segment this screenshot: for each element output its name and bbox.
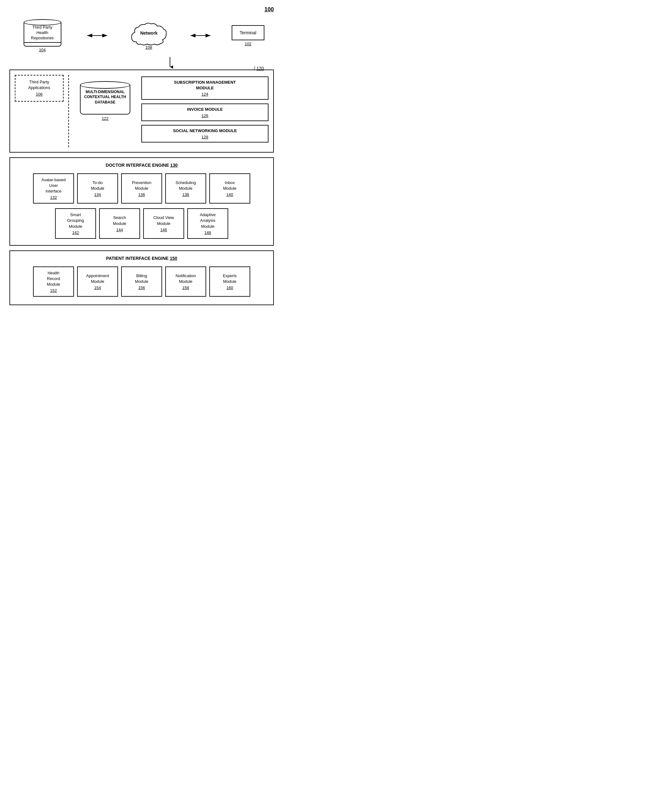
notification-module-box: NotificationModule 158 (165, 267, 206, 297)
invoice-module-ref: 126 (146, 113, 263, 118)
adaptive-analysis-module-box: AdaptiveAnalysisModule 148 (187, 208, 228, 239)
third-party-health-label: Third PartyHealthRepositories (31, 25, 54, 40)
cloud-svg: Network (128, 21, 169, 46)
main-system-box: / 120 Third PartyApplications 106 MULTI-… (9, 69, 274, 153)
down-arrow-svg (167, 57, 173, 69)
search-module-label: SearchModule (113, 215, 126, 226)
social-networking-module-box: SOCIAL NETWORKING MODULE 128 (141, 125, 269, 143)
arrow-down-network (66, 57, 274, 69)
network-cloud: Network 108 (128, 21, 169, 50)
third-party-health-ref: 104 (39, 48, 46, 52)
todo-module-ref: 134 (94, 192, 101, 197)
experts-module-label: ExpertsModule (223, 273, 237, 284)
doctor-row2: SmartGroupingModule 142 SearchModule 144… (15, 208, 269, 239)
cloud-view-module-label: Cloud ViewModule (153, 215, 174, 226)
middle-col: MULTI-DIMENSIONALCONTEXTUAL HEALTHDATABA… (74, 75, 137, 121)
notification-module-label: NotificationModule (175, 273, 196, 284)
arrow-network-terminal (188, 32, 213, 39)
scheduling-module-box: SchedulingModule 138 (165, 173, 206, 204)
health-record-module-ref: 152 (50, 288, 57, 293)
smart-grouping-module-label: SmartGroupingModule (67, 212, 84, 229)
adaptive-analysis-module-ref: 148 (204, 230, 211, 235)
diagram-root: 100 Third PartyHealthRepositories 104 (9, 6, 274, 305)
bidirectional-arrow-svg2 (188, 32, 213, 39)
cylinder-bottom-ellipse (24, 43, 62, 46)
cylinder-top-ellipse (24, 19, 62, 26)
health-record-module-label: HealthRecordModule (47, 270, 60, 287)
notification-module-ref: 158 (182, 286, 189, 290)
network-label: Network (140, 31, 157, 35)
ref-100: 100 (9, 6, 274, 13)
inbox-module-ref: 140 (226, 192, 233, 197)
inbox-module-label: InboxModule (223, 180, 237, 191)
smart-grouping-module-ref: 142 (72, 230, 79, 235)
adaptive-analysis-module-label: AdaptiveAnalysisModule (200, 212, 216, 229)
doctor-row1: Avatar-basedUserInterface 132 To-doModul… (15, 173, 269, 204)
db-cylinder-body: MULTI-DIMENSIONALCONTEXTUAL HEALTHDATABA… (80, 85, 130, 110)
social-networking-module-ref: 128 (146, 135, 263, 140)
experts-module-box: ExpertsModule 160 (209, 267, 250, 297)
cloud-view-module-ref: 146 (160, 227, 167, 232)
terminal-label: Terminal (240, 30, 257, 35)
patient-row1: HealthRecordModule 152 AppointmentModule… (15, 267, 269, 297)
experts-module-ref: 160 (226, 286, 233, 290)
inbox-module-box: InboxModule 140 (209, 173, 250, 204)
terminal-ref: 102 (244, 41, 252, 46)
db-cylinder-bottom (80, 109, 130, 115)
dashed-region: Third PartyApplications 106 (15, 75, 64, 102)
search-module-box: SearchModule 144 (99, 208, 140, 239)
db-cylinder-top (80, 81, 130, 89)
third-party-apps-ref: 106 (18, 92, 60, 97)
third-party-apps-label: Third PartyApplications (28, 80, 50, 90)
doctor-engine-title: DOCTOR INTERFACE ENGINE 130 (15, 163, 269, 168)
patient-engine-title: PATIENT INTERFACE ENGINE 150 (15, 256, 269, 261)
social-networking-module-label: SOCIAL NETWORKING MODULE (146, 128, 263, 134)
search-module-ref: 144 (116, 227, 123, 232)
terminal-box: Terminal 102 (232, 25, 265, 46)
right-col: SUBSCRIPTION MANAGEMENTMODULE 124 INVOIC… (141, 75, 269, 143)
patient-engine-box: PATIENT INTERFACE ENGINE 150 HealthRecor… (9, 250, 274, 305)
billing-module-label: BillingModule (135, 273, 149, 284)
arrow-repos-network (85, 32, 110, 39)
scheduling-module-ref: 138 (182, 192, 189, 197)
appointment-module-label: AppointmentModule (86, 273, 109, 284)
dashed-vertical (68, 75, 69, 147)
system-ref-label: / 120 (254, 66, 264, 71)
appointment-module-ref: 154 (94, 286, 101, 290)
subscription-module-label: SUBSCRIPTION MANAGEMENTMODULE (146, 80, 263, 91)
billing-module-ref: 156 (138, 286, 145, 290)
invoice-module-label: INVOICE MODULE (146, 107, 263, 112)
prevention-module-ref: 136 (138, 192, 145, 197)
invoice-module-box: INVOICE MODULE 126 (141, 103, 269, 121)
top-layout: Third PartyHealthRepositories 104 (9, 16, 274, 55)
prevention-module-box: PreventionModule 136 (121, 173, 162, 204)
prevention-module-label: PreventionModule (132, 180, 151, 191)
todo-module-box: To-doModule 134 (77, 173, 118, 204)
third-party-health-repos: Third PartyHealthRepositories 104 (19, 19, 66, 52)
smart-grouping-module-box: SmartGroupingModule 142 (55, 208, 96, 239)
todo-module-label: To-doModule (91, 180, 105, 191)
avatar-module-box: Avatar-basedUserInterface 132 (33, 173, 74, 204)
subscription-module-box: SUBSCRIPTION MANAGEMENTMODULE 124 (141, 77, 269, 100)
avatar-module-ref: 132 (50, 195, 57, 200)
bidirectional-arrow-svg (85, 32, 110, 39)
subscription-module-ref: 124 (146, 92, 263, 97)
billing-module-box: BillingModule 156 (121, 267, 162, 297)
db-ref: 122 (101, 116, 109, 121)
network-ref: 108 (145, 45, 152, 50)
doctor-engine-box: DOCTOR INTERFACE ENGINE 130 Avatar-based… (9, 157, 274, 246)
appointment-module-box: AppointmentModule 154 (77, 267, 118, 297)
avatar-module-label: Avatar-basedUserInterface (41, 177, 66, 195)
terminal-rect: Terminal (232, 25, 265, 40)
scheduling-module-label: SchedulingModule (175, 180, 196, 191)
left-col: Third PartyApplications 106 (15, 75, 64, 102)
cloud-view-module-box: Cloud ViewModule 146 (143, 208, 184, 239)
system-inner: Third PartyApplications 106 MULTI-DIMENS… (15, 75, 269, 147)
health-record-module-box: HealthRecordModule 152 (33, 267, 74, 297)
